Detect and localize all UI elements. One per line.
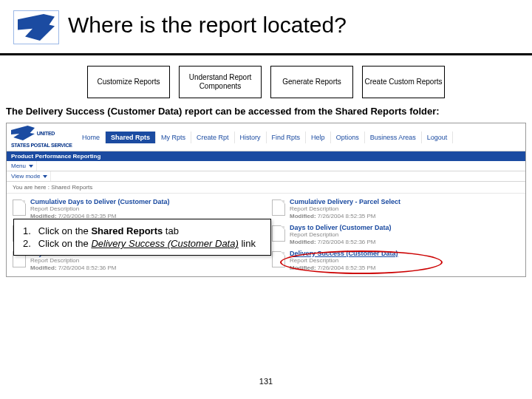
tab-logout[interactable]: Logout	[422, 132, 454, 143]
report-desc: Report Description	[30, 205, 170, 213]
ss-usps-logo: UNITED STATES POSTAL SERVICE	[7, 123, 77, 151]
report-desc: Report Description	[290, 205, 400, 213]
tab-home[interactable]: Home	[77, 132, 106, 143]
mod-time: 7/26/2004 8:52:36 PM	[318, 239, 376, 245]
page-number: 131	[259, 377, 273, 386]
slide-header: Where is the report located?	[0, 0, 532, 55]
instruction-callout: 1. Click on the Shared Reports tab 2. Cl…	[13, 219, 271, 256]
step-create: Create Custom Reports	[362, 66, 445, 98]
list-item[interactable]: Delivery Success (Customer Data) Report …	[272, 250, 519, 273]
tab-business-areas[interactable]: Business Areas	[365, 132, 422, 143]
tool-view-mode[interactable]: View mode	[7, 171, 51, 181]
report-link[interactable]: Days to Deliver (Customer Data)	[290, 224, 392, 231]
tab-shared-rpts[interactable]: Shared Rpts	[106, 132, 156, 143]
eagle-icon	[18, 14, 55, 41]
step-customize: Customize Reports	[87, 66, 170, 98]
tab-find-rpts[interactable]: Find Rpts	[267, 132, 307, 143]
mod-label: Modified:	[30, 265, 57, 271]
step-text: Click on the Delivery Success (Customer …	[38, 238, 262, 249]
step-bar: Customize Reports Understand Report Comp…	[0, 66, 532, 98]
ss-stripe: Product Performance Reporting	[7, 151, 525, 161]
intro-text: The Delivery Success (Customer Data) rep…	[6, 106, 532, 117]
report-link-delivery-success[interactable]: Delivery Success (Customer Data)	[290, 250, 398, 257]
report-desc: Report Description	[290, 231, 392, 239]
ss-nav: Home Shared Rpts My Rpts Create Rpt Hist…	[77, 132, 525, 143]
tool-menu[interactable]: Menu	[7, 161, 37, 171]
step-understand: Understand Report Components	[179, 66, 262, 98]
tab-options[interactable]: Options	[331, 132, 365, 143]
report-desc: Report Description	[30, 257, 126, 265]
list-item[interactable]: Cumulative Delivery - Parcel Select Repo…	[272, 198, 519, 221]
usps-logo	[13, 10, 59, 44]
report-icon	[272, 251, 285, 267]
mod-label: Modified:	[290, 213, 316, 219]
mod-time: 7/26/2004 8:52:35 PM	[318, 265, 376, 271]
step-text: Click on the Shared Reports tab	[38, 225, 262, 236]
report-link[interactable]: Cumulative Days to Deliver (Customer Dat…	[30, 198, 170, 205]
mod-time: 7/26/2004 8:52:35 PM	[318, 213, 376, 219]
tab-history[interactable]: History	[235, 132, 267, 143]
list-item[interactable]: Cumulative Days to Deliver (Customer Dat…	[13, 198, 260, 221]
ss-toolbar: Menu	[7, 161, 525, 171]
step-number: 1.	[23, 225, 37, 236]
report-icon	[272, 200, 285, 216]
step-number: 2.	[23, 238, 37, 249]
eagle-icon	[11, 126, 35, 140]
tab-create-rpt[interactable]: Create Rpt	[191, 132, 235, 143]
tab-help[interactable]: Help	[306, 132, 331, 143]
report-icon	[13, 200, 26, 216]
mod-label: Modified:	[290, 265, 316, 271]
tab-my-rpts[interactable]: My Rpts	[156, 132, 191, 143]
report-link[interactable]: Cumulative Delivery - Parcel Select	[290, 198, 400, 205]
mod-label: Modified:	[290, 239, 316, 245]
report-icon	[272, 225, 285, 242]
list-item[interactable]: Days to Deliver (Customer Data) Report D…	[272, 224, 519, 247]
step-generate: Generate Reports	[270, 66, 353, 98]
report-desc: Report Description	[290, 257, 398, 265]
mod-time: 7/26/2004 8:52:36 PM	[58, 265, 117, 271]
breadcrumb: You are here : Shared Reports	[7, 182, 525, 194]
slide-title: Where is the report located?	[68, 13, 347, 38]
